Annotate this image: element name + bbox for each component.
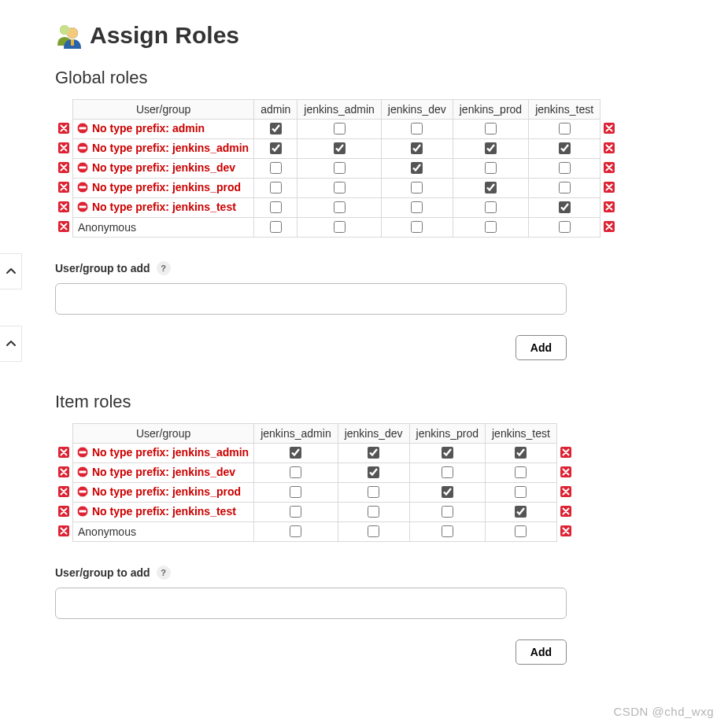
delete-icon[interactable] <box>604 182 615 193</box>
role-checkbox[interactable] <box>334 221 346 233</box>
delete-icon[interactable] <box>58 162 69 173</box>
role-checkbox[interactable] <box>368 506 379 518</box>
delete-icon[interactable] <box>604 201 615 212</box>
role-checkbox[interactable] <box>442 486 453 498</box>
delete-icon[interactable] <box>58 506 69 517</box>
role-checkbox[interactable] <box>515 525 527 537</box>
role-checkbox[interactable] <box>485 182 497 193</box>
help-icon[interactable]: ? <box>157 566 171 580</box>
usergroup-warning: No type prefix: jenkins_test <box>76 505 236 518</box>
role-checkbox[interactable] <box>270 162 282 174</box>
role-checkbox[interactable] <box>515 486 527 498</box>
role-checkbox[interactable] <box>485 201 497 213</box>
role-checkbox[interactable] <box>411 201 423 213</box>
delete-icon[interactable] <box>604 162 615 173</box>
global-add-button[interactable]: Add <box>516 335 567 360</box>
role-checkbox[interactable] <box>559 182 571 193</box>
role-cell <box>338 483 409 503</box>
delete-icon[interactable] <box>604 142 615 153</box>
role-checkbox[interactable] <box>515 506 527 518</box>
role-checkbox[interactable] <box>442 466 453 478</box>
role-cell <box>297 139 382 159</box>
people-icon <box>55 22 82 49</box>
role-checkbox[interactable] <box>290 506 301 518</box>
delete-icon[interactable] <box>604 123 615 134</box>
delete-icon[interactable] <box>58 466 69 477</box>
role-checkbox[interactable] <box>559 123 571 135</box>
role-checkbox[interactable] <box>368 447 379 459</box>
delete-icon[interactable] <box>560 447 571 458</box>
role-checkbox[interactable] <box>290 486 301 498</box>
role-checkbox[interactable] <box>290 466 301 478</box>
role-checkbox[interactable] <box>270 123 282 135</box>
delete-icon[interactable] <box>560 466 571 477</box>
role-checkbox[interactable] <box>559 221 571 233</box>
table-row: No type prefix: jenkins_prod <box>55 179 618 198</box>
delete-icon[interactable] <box>58 201 69 212</box>
delete-icon[interactable] <box>560 486 571 497</box>
role-checkbox[interactable] <box>559 142 571 154</box>
delete-icon[interactable] <box>58 525 69 536</box>
role-cell <box>453 120 528 139</box>
usergroup-label: No type prefix: jenkins_prod <box>92 181 241 193</box>
role-checkbox[interactable] <box>270 221 282 233</box>
role-checkbox[interactable] <box>515 466 527 478</box>
role-checkbox[interactable] <box>270 201 282 213</box>
delete-icon[interactable] <box>58 182 69 193</box>
role-checkbox[interactable] <box>368 486 379 498</box>
role-checkbox[interactable] <box>411 221 423 233</box>
role-checkbox[interactable] <box>334 142 346 154</box>
delete-icon[interactable] <box>58 486 69 497</box>
role-checkbox[interactable] <box>290 447 301 459</box>
role-checkbox[interactable] <box>485 162 497 174</box>
role-checkbox[interactable] <box>290 525 301 537</box>
role-checkbox[interactable] <box>442 525 453 537</box>
page-title-text: Assign Roles <box>90 22 239 49</box>
sidebar-collapse-toggle-1[interactable] <box>0 253 22 289</box>
role-checkbox[interactable] <box>442 447 453 459</box>
role-checkbox[interactable] <box>334 182 346 193</box>
item-add-button[interactable]: Add <box>516 639 567 665</box>
table-row: Anonymous <box>55 218 618 238</box>
role-checkbox[interactable] <box>270 142 282 154</box>
table-header-row: User/groupadminjenkins_adminjenkins_devj… <box>55 100 618 120</box>
item-add-input[interactable] <box>55 588 567 619</box>
spacer <box>55 424 73 444</box>
role-checkbox[interactable] <box>411 123 423 135</box>
role-checkbox[interactable] <box>485 221 497 233</box>
row-delete-left <box>55 198 73 218</box>
global-add-input[interactable] <box>55 283 567 315</box>
role-checkbox[interactable] <box>485 123 497 135</box>
role-checkbox[interactable] <box>334 123 346 135</box>
role-checkbox[interactable] <box>411 162 423 174</box>
help-icon[interactable]: ? <box>157 261 171 275</box>
role-checkbox[interactable] <box>411 182 423 193</box>
role-checkbox[interactable] <box>334 201 346 213</box>
table-row: No type prefix: jenkins_dev <box>55 463 575 483</box>
delete-icon[interactable] <box>58 123 69 134</box>
usergroup-warning: No type prefix: jenkins_prod <box>76 181 241 193</box>
role-checkbox[interactable] <box>442 506 453 518</box>
global-roles-table: User/groupadminjenkins_adminjenkins_devj… <box>55 99 618 238</box>
role-cell <box>453 198 528 218</box>
page-title: Assign Roles <box>55 22 697 49</box>
role-checkbox[interactable] <box>334 162 346 174</box>
sidebar-collapse-toggle-2[interactable] <box>0 326 22 362</box>
role-checkbox[interactable] <box>368 525 379 537</box>
role-checkbox[interactable] <box>559 162 571 174</box>
role-checkbox[interactable] <box>270 182 282 193</box>
delete-icon[interactable] <box>58 447 69 458</box>
role-header: admin <box>254 100 297 120</box>
role-checkbox[interactable] <box>559 201 571 213</box>
delete-icon[interactable] <box>604 221 615 232</box>
role-checkbox[interactable] <box>515 447 527 459</box>
delete-icon[interactable] <box>58 221 69 232</box>
delete-icon[interactable] <box>560 525 571 536</box>
role-checkbox[interactable] <box>411 142 423 154</box>
delete-icon[interactable] <box>560 506 571 517</box>
delete-icon[interactable] <box>58 142 69 153</box>
row-delete-left <box>55 483 73 503</box>
role-checkbox[interactable] <box>485 142 497 154</box>
role-checkbox[interactable] <box>368 466 379 478</box>
role-cell <box>381 159 453 179</box>
